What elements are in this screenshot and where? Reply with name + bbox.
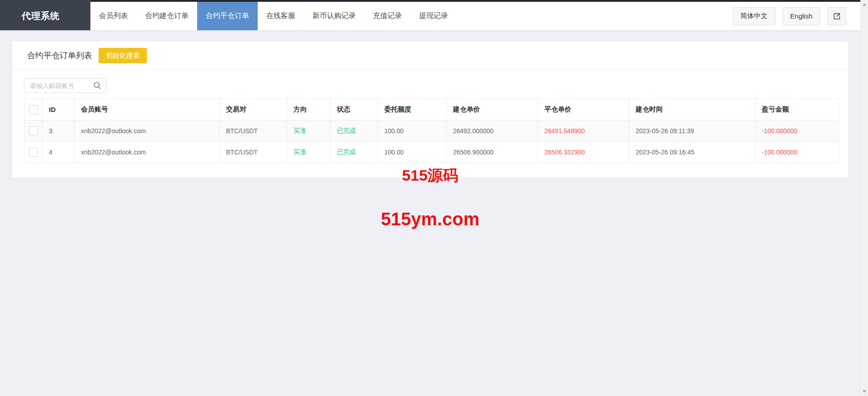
lang-en-button[interactable]: English (783, 7, 820, 25)
cell-open-time: 2023-05-26 09:11:39 (629, 121, 755, 142)
cell-account: xnb2022@outlook.com (75, 121, 220, 142)
brand-logo: 代理系统 (0, 0, 90, 30)
nav-tab-contract-close-orders[interactable]: 合约平仓订单 (197, 2, 258, 30)
logout-button[interactable] (827, 7, 846, 25)
navbar: 代理系统 会员列表 合约建仓订单 合约平仓订单 在线客服 新币认购记录 充值记录… (0, 2, 868, 30)
nav-tab-member-list[interactable]: 会员列表 (90, 2, 137, 30)
cell-id: 3 (42, 121, 75, 142)
row-checkbox[interactable] (29, 126, 38, 135)
logout-export-icon (833, 12, 841, 20)
cell-pair: BTC/USDT (220, 121, 287, 142)
search-row (12, 70, 848, 98)
col-header-direction: 方向 (287, 99, 330, 121)
cell-open-price: 26492.000000 (447, 121, 538, 142)
col-header-account: 会员账号 (75, 99, 220, 121)
col-header-status: 状态 (330, 99, 378, 121)
page-title: 合约平仓订单列表 (27, 50, 92, 61)
nav-tab-contract-open-orders[interactable]: 合约建仓订单 (137, 2, 197, 30)
scrollbar-up-arrow-icon[interactable] (863, 3, 866, 6)
scrollbar-down-arrow-icon[interactable] (863, 390, 866, 393)
cell-direction: 买涨 (287, 121, 330, 142)
col-header-profit: 盈亏金额 (755, 99, 839, 121)
search-icon[interactable] (93, 81, 102, 90)
nav-tab-withdraw-records[interactable]: 提现记录 (410, 2, 457, 30)
cell-pair: BTC/USDT (220, 142, 287, 163)
col-header-amount: 委托额度 (378, 99, 447, 121)
orders-table: ID 会员账号 交易对 方向 状态 委托额度 建仓单价 平仓单价 建仓时间 盈亏… (24, 98, 839, 163)
table-header-row: ID 会员账号 交易对 方向 状态 委托额度 建仓单价 平仓单价 建仓时间 盈亏… (24, 99, 839, 121)
cell-profit: -100.000000 (755, 142, 839, 163)
cell-id: 4 (42, 142, 75, 163)
search-box (24, 78, 106, 93)
col-header-open-time: 建仓时间 (629, 99, 755, 121)
init-search-button[interactable]: 初始化搜索 (99, 48, 147, 63)
navbar-right: 简体中文 English (733, 2, 846, 30)
col-header-open-price: 建仓单价 (447, 99, 538, 121)
nav-tab-online-service[interactable]: 在线客服 (258, 2, 304, 30)
cell-amount: 100.00 (378, 121, 447, 142)
row-checkbox[interactable] (29, 148, 38, 157)
card-header: 合约平仓订单列表 初始化搜索 (12, 42, 848, 70)
cell-status: 已完成 (330, 142, 378, 163)
cell-close-price: 26491.548900 (538, 121, 629, 142)
col-header-close-price: 平仓单价 (538, 99, 629, 121)
cell-profit: -100.000000 (755, 121, 839, 142)
lang-zh-button[interactable]: 简体中文 (733, 7, 775, 25)
col-header-pair: 交易对 (220, 99, 287, 121)
cell-account: xnb2022@outlook.com (75, 142, 220, 163)
cell-open-price: 26506.900000 (447, 142, 538, 163)
watermark-line2: 515ym.com (0, 209, 860, 229)
cell-close-price: 26506.332900 (538, 142, 629, 163)
page-scrollbar[interactable] (860, 0, 868, 396)
orders-table-wrap: ID 会员账号 交易对 方向 状态 委托额度 建仓单价 平仓单价 建仓时间 盈亏… (12, 98, 848, 177)
cell-direction: 买涨 (287, 142, 330, 163)
orders-card: 合约平仓订单列表 初始化搜索 ID (12, 42, 848, 177)
nav-tab-deposit-records[interactable]: 充值记录 (364, 2, 410, 30)
cell-status: 已完成 (330, 121, 378, 142)
cell-open-time: 2023-05-26 09:16:45 (629, 142, 755, 163)
select-all-checkbox[interactable] (29, 105, 38, 114)
nav-tabs: 会员列表 合约建仓订单 合约平仓订单 在线客服 新币认购记录 充值记录 提现记录 (90, 2, 457, 30)
table-row: 4 xnb2022@outlook.com BTC/USDT 买涨 已完成 10… (24, 142, 839, 163)
nav-tab-new-coin-subscriptions[interactable]: 新币认购记录 (304, 2, 364, 30)
col-header-id: ID (42, 99, 75, 121)
cell-amount: 100.00 (378, 142, 447, 163)
table-row: 3 xnb2022@outlook.com BTC/USDT 买涨 已完成 10… (24, 121, 839, 142)
